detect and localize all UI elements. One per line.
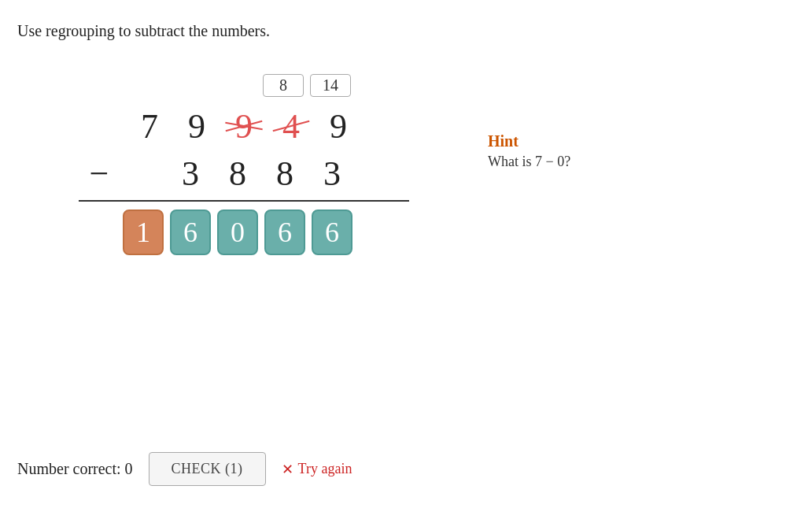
bottom-number-row: − 3 8 8 3 <box>79 150 409 197</box>
answer-box-2[interactable]: 6 <box>170 210 211 255</box>
regroup-row: 8 14 <box>79 71 409 99</box>
hint-text: What is 7 − 0? <box>488 154 570 170</box>
regroup-box-14: 14 <box>310 74 351 97</box>
bottom-bar: Number correct: 0 CHECK (1) ✕ Try again <box>17 452 352 486</box>
top-digit-3-crossed: 9 <box>223 106 264 146</box>
answer-box-4[interactable]: 6 <box>264 210 305 255</box>
top-digit-5: 9 <box>318 106 359 146</box>
top-number-row: 7 9 9 4 9 <box>79 102 409 150</box>
bottom-digit-1: 3 <box>170 154 211 194</box>
answer-box-3[interactable]: 0 <box>217 210 258 255</box>
x-icon: ✕ <box>282 461 293 478</box>
divider-line <box>79 200 409 202</box>
top-digit-1: 7 <box>129 106 170 146</box>
answer-box-1[interactable]: 1 <box>123 210 164 255</box>
number-correct-label: Number correct: 0 <box>17 460 133 478</box>
hint-title: Hint <box>488 132 570 150</box>
answer-row: 1 6 0 6 6 <box>79 205 409 260</box>
regroup-box-8: 8 <box>263 74 304 97</box>
bottom-digit-4: 3 <box>312 154 352 194</box>
bottom-digit-3: 8 <box>264 154 305 194</box>
try-again-label: Try again <box>298 461 352 477</box>
minus-sign: − <box>79 154 120 194</box>
problem-area: 8 14 7 9 9 4 9 − 3 8 8 3 1 6 0 6 6 <box>79 71 409 260</box>
check-button[interactable]: CHECK (1) <box>149 452 266 486</box>
top-digit-2: 9 <box>176 106 217 146</box>
try-again-area[interactable]: ✕ Try again <box>282 461 352 478</box>
bottom-digit-2: 8 <box>217 154 258 194</box>
hint-area: Hint What is 7 − 0? <box>488 132 570 170</box>
top-digit-4-crossed: 4 <box>271 106 312 146</box>
answer-box-5[interactable]: 6 <box>312 210 352 255</box>
instruction-text: Use regrouping to subtract the numbers. <box>17 22 270 40</box>
